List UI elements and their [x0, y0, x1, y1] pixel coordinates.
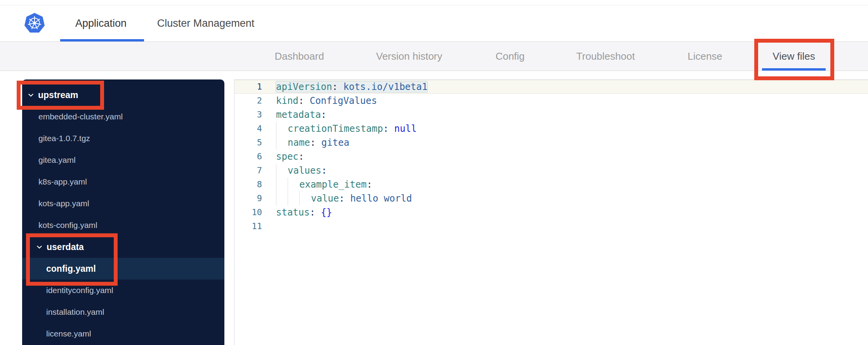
token-key: values: [288, 165, 321, 176]
subnav-tab-troubleshoot[interactable]: Troubleshoot: [576, 42, 635, 71]
kubernetes-logo-icon: [23, 12, 46, 35]
token-key: status: [276, 207, 310, 218]
selected-text-highlight: apiVersion: kots.io/v1beta1: [276, 81, 427, 92]
line-number: 11: [234, 219, 262, 233]
code-line-text: apiVersion: kots.io/v1beta1: [276, 80, 427, 94]
line-number: 9: [234, 191, 262, 205]
indent-guide: [276, 164, 288, 178]
token-punc: :: [383, 123, 394, 134]
tree-item-gitea-1-0-7-tgz[interactable]: gitea-1.0.7.tgz: [22, 128, 224, 149]
indent-guide: [276, 136, 288, 150]
tree-item-upstream[interactable]: upstream: [22, 84, 224, 106]
directory-label: userdata: [47, 242, 84, 252]
code-line-text: creationTimestamp: null: [276, 122, 417, 136]
tree-item-license-yaml[interactable]: license.yaml: [22, 323, 224, 345]
token-key: value: [311, 193, 339, 204]
token-key: kind: [276, 95, 299, 106]
indent-guide: [299, 191, 311, 205]
header-tab-cluster-management[interactable]: Cluster Management: [157, 5, 255, 41]
header-tab-application[interactable]: Application: [75, 5, 127, 41]
subnav-tab-license[interactable]: License: [687, 42, 722, 71]
token-value: ConfigValues: [310, 95, 377, 106]
chevron-down-icon[interactable]: [28, 92, 34, 98]
line-number: 8: [234, 178, 262, 191]
code-line-1[interactable]: 1apiVersion: kots.io/v1beta1: [234, 80, 868, 94]
token-punc: :: [299, 95, 310, 106]
subnav-tab-version-history[interactable]: Version history: [376, 42, 443, 71]
file-label: embedded-cluster.yaml: [38, 112, 123, 121]
line-number: 1: [234, 80, 262, 94]
token-key: metadata: [276, 109, 321, 120]
tree-item-identityconfig-yaml[interactable]: identityconfig.yaml: [22, 279, 224, 301]
line-number: 3: [234, 108, 262, 122]
line-number: 4: [234, 122, 262, 136]
token-key: spec: [276, 151, 299, 162]
token-value: gitea: [321, 137, 349, 148]
indent-guide: [276, 191, 288, 205]
code-line-text: metadata:: [276, 108, 326, 122]
line-number: 2: [234, 94, 262, 108]
token-keyword: {}: [321, 207, 332, 218]
active-header-tab-underline: [60, 39, 144, 41]
code-line-text: name: gitea: [276, 136, 349, 150]
code-line-8[interactable]: 8example_item:: [234, 178, 868, 191]
file-label: gitea.yaml: [38, 155, 76, 165]
tree-item-k8s-app-yaml[interactable]: k8s-app.yaml: [22, 171, 224, 193]
line-number: 10: [234, 205, 262, 219]
token-punc: :: [332, 81, 344, 92]
code-line-3[interactable]: 3metadata:: [234, 108, 868, 122]
file-label: kots-config.yaml: [38, 221, 97, 230]
tree-item-gitea-yaml[interactable]: gitea.yaml: [22, 149, 224, 171]
directory-label: upstream: [38, 90, 78, 100]
code-line-2[interactable]: 2kind: ConfigValues: [234, 94, 868, 108]
token-punc: :: [366, 179, 372, 190]
token-key: creationTimestamp: [288, 123, 383, 134]
tree-item-kots-config-yaml[interactable]: kots-config.yaml: [22, 214, 224, 236]
code-line-6[interactable]: 6spec:: [234, 150, 868, 164]
tree-item-embedded-cluster-yaml[interactable]: embedded-cluster.yaml: [22, 106, 224, 128]
file-content-viewer[interactable]: 1apiVersion: kots.io/v1beta12kind: Confi…: [234, 79, 868, 345]
app-subnav: DashboardVersion historyConfigTroublesho…: [0, 42, 868, 71]
subnav-tab-config[interactable]: Config: [495, 42, 524, 71]
file-label: installation.yaml: [46, 307, 104, 317]
subnav-tab-view-files[interactable]: View files: [773, 42, 815, 71]
code-line-text: example_item:: [276, 178, 372, 191]
token-punc: :: [310, 207, 321, 218]
chevron-down-icon[interactable]: [36, 244, 43, 250]
code-line-text: spec:: [276, 150, 304, 164]
indent-guide: [276, 122, 288, 136]
code-line-text: value: hello world: [276, 191, 412, 205]
top-header-bar: ApplicationCluster Management: [0, 5, 868, 42]
file-label: config.yaml: [46, 264, 96, 274]
indent-guide: [288, 178, 299, 191]
token-value: hello world: [350, 193, 412, 204]
token-value: kots.io/v1beta1: [343, 81, 427, 92]
file-tree-sidebar: upstreamembedded-cluster.yamlgitea-1.0.7…: [22, 79, 224, 345]
code-line-7[interactable]: 7values:: [234, 164, 868, 178]
token-punc: :: [339, 193, 350, 204]
token-punc: :: [321, 165, 327, 176]
token-key: example_item: [299, 179, 366, 190]
token-punc: :: [310, 137, 321, 148]
code-line-10[interactable]: 10status: {}: [234, 205, 868, 219]
indent-guide: [276, 178, 288, 191]
active-subnav-tab-underline: [762, 68, 826, 71]
token-key: name: [288, 137, 310, 148]
code-line-4[interactable]: 4creationTimestamp: null: [234, 122, 868, 136]
tree-item-config-yaml[interactable]: config.yaml: [22, 258, 224, 279]
code-line-9[interactable]: 9value: hello world: [234, 191, 868, 205]
token-keyword: null: [394, 123, 417, 134]
file-label: gitea-1.0.7.tgz: [38, 134, 90, 143]
tree-item-userdata[interactable]: userdata: [22, 236, 224, 258]
kots-admin-console: ApplicationCluster Management DashboardV…: [0, 0, 868, 345]
code-line-5[interactable]: 5name: gitea: [234, 136, 868, 150]
code-line-text: values:: [276, 164, 327, 178]
tree-item-installation-yaml[interactable]: installation.yaml: [22, 301, 224, 323]
code-line-11[interactable]: 11: [234, 219, 868, 233]
line-number: 5: [234, 136, 262, 150]
file-label: k8s-app.yaml: [38, 177, 87, 186]
file-label: kots-app.yaml: [38, 199, 89, 208]
subnav-tab-dashboard[interactable]: Dashboard: [274, 42, 324, 71]
tree-item-kots-app-yaml[interactable]: kots-app.yaml: [22, 193, 224, 214]
file-label: identityconfig.yaml: [46, 286, 113, 295]
